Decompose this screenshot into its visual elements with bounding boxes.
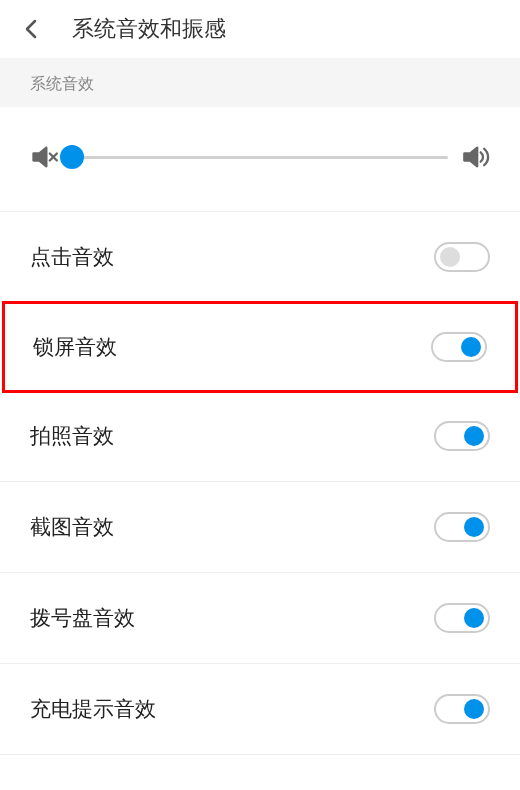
- setting-row[interactable]: 锁屏音效: [5, 304, 515, 390]
- setting-label: 拨号盘音效: [30, 604, 135, 632]
- setting-label: 锁屏音效: [33, 333, 117, 361]
- svg-marker-0: [34, 148, 47, 167]
- setting-row[interactable]: 拍照音效: [0, 391, 520, 482]
- toggle-switch[interactable]: [434, 512, 490, 542]
- toggle-thumb: [440, 247, 460, 267]
- toggle-thumb: [461, 337, 481, 357]
- toggle-thumb: [464, 517, 484, 537]
- toggle-switch[interactable]: [434, 694, 490, 724]
- volume-slider-row: [0, 107, 520, 212]
- back-icon[interactable]: [20, 17, 44, 41]
- header: 系统音效和振感: [0, 0, 520, 58]
- toggle-switch[interactable]: [431, 332, 487, 362]
- setting-row[interactable]: 点击音效: [0, 212, 520, 303]
- volume-mute-icon: [30, 143, 58, 171]
- setting-label: 拍照音效: [30, 422, 114, 450]
- setting-row[interactable]: 充电提示音效: [0, 664, 520, 755]
- toggle-thumb: [464, 426, 484, 446]
- setting-label: 截图音效: [30, 513, 114, 541]
- volume-slider[interactable]: [72, 156, 448, 159]
- toggle-thumb: [464, 699, 484, 719]
- toggle-switch[interactable]: [434, 242, 490, 272]
- setting-label: 点击音效: [30, 243, 114, 271]
- slider-thumb[interactable]: [60, 145, 84, 169]
- toggle-thumb: [464, 608, 484, 628]
- page-title: 系统音效和振感: [72, 14, 226, 44]
- svg-marker-3: [464, 148, 477, 167]
- setting-label: 充电提示音效: [30, 695, 156, 723]
- setting-row[interactable]: 拨号盘音效: [0, 573, 520, 664]
- section-header: 系统音效: [0, 58, 520, 107]
- toggle-switch[interactable]: [434, 603, 490, 633]
- setting-row[interactable]: 截图音效: [0, 482, 520, 573]
- toggle-switch[interactable]: [434, 421, 490, 451]
- highlight-box: 锁屏音效: [2, 301, 518, 393]
- volume-loud-icon: [462, 143, 490, 171]
